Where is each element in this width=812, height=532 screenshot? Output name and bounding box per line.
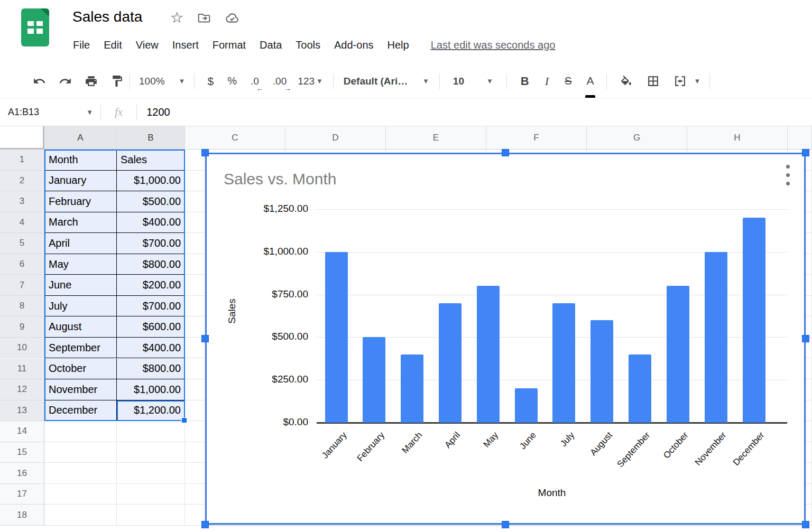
cell-B16[interactable] [117, 463, 185, 484]
column-header-partial[interactable] [788, 126, 812, 150]
cell-A14[interactable] [44, 421, 117, 442]
font-select[interactable]: Default (Ari…▼ [339, 76, 433, 87]
cell-B3[interactable]: $500.00 [117, 191, 185, 212]
format-currency-button[interactable]: $ [207, 75, 214, 88]
cell-B2[interactable]: $1,000.00 [117, 171, 185, 192]
chart-menu-button[interactable] [786, 165, 790, 185]
bar-November[interactable] [705, 252, 727, 423]
last-edit-link[interactable]: Last edit was seconds ago [431, 39, 556, 51]
cell-A6[interactable]: May [44, 254, 117, 275]
cell-A9[interactable]: August [44, 316, 117, 338]
fill-color-button[interactable] [620, 74, 633, 88]
row-header-6[interactable]: 6 [0, 254, 44, 275]
column-header-E[interactable]: E [386, 126, 486, 150]
bar-January[interactable] [325, 252, 348, 423]
column-header-B[interactable]: B [117, 126, 185, 150]
row-header-2[interactable]: 2 [0, 171, 44, 192]
bar-May[interactable] [477, 286, 500, 423]
cell-A8[interactable]: July [44, 296, 117, 317]
row-header-3[interactable]: 3 [0, 191, 44, 212]
decrease-decimal-button[interactable]: .0← [251, 76, 259, 87]
chart-handle-bottom-left[interactable] [201, 521, 209, 528]
cell-B7[interactable]: $200.00 [117, 275, 185, 296]
bar-October[interactable] [667, 286, 689, 423]
column-header-C[interactable]: C [185, 126, 285, 150]
cell-A1[interactable]: Month [44, 150, 117, 171]
row-header-13[interactable]: 13 [0, 400, 44, 422]
column-header-G[interactable]: G [587, 126, 687, 150]
menu-edit[interactable]: Edit [97, 37, 128, 53]
cell-B15[interactable] [117, 442, 185, 463]
bar-July[interactable] [552, 303, 575, 423]
cell-B18[interactable] [117, 505, 185, 526]
menu-addons[interactable]: Add-ons [327, 37, 381, 53]
chart-object[interactable]: Sales vs. Month Sales Month $0.00$250.00… [205, 153, 806, 525]
cloud-saved-icon[interactable] [225, 11, 239, 25]
font-size-select[interactable]: 10▼ [446, 76, 501, 87]
bar-August[interactable] [590, 320, 613, 423]
formula-input[interactable]: 1200 [137, 106, 170, 118]
row-header-4[interactable]: 4 [0, 212, 44, 234]
row-header-1[interactable]: 1 [0, 150, 44, 171]
cell-B8[interactable]: $700.00 [117, 296, 185, 317]
borders-button[interactable] [647, 74, 660, 88]
text-color-button[interactable]: A [586, 75, 594, 87]
chart-handle-middle-left[interactable] [201, 335, 209, 342]
cell-A4[interactable]: March [44, 212, 117, 234]
star-icon[interactable]: ☆ [170, 11, 183, 25]
bar-February[interactable] [363, 337, 385, 423]
cell-B11[interactable]: $800.00 [117, 359, 185, 380]
menu-format[interactable]: Format [206, 37, 253, 53]
cell-A12[interactable]: November [44, 379, 117, 400]
column-header-H[interactable]: H [687, 126, 788, 150]
italic-button[interactable]: I [545, 74, 549, 88]
cell-A17[interactable] [44, 484, 117, 505]
menu-help[interactable]: Help [381, 37, 416, 53]
strikethrough-button[interactable]: S [565, 75, 571, 87]
cell-B1[interactable]: Sales [117, 150, 185, 171]
row-header-10[interactable]: 10 [0, 338, 44, 359]
row-header-18[interactable]: 18 [0, 505, 44, 526]
sheets-logo-icon[interactable] [21, 8, 49, 46]
chart-handle-top-center[interactable] [502, 149, 509, 156]
cell-A11[interactable]: October [44, 359, 117, 380]
print-icon[interactable] [85, 74, 98, 88]
row-header-11[interactable]: 11 [0, 359, 44, 380]
chart-handle-bottom-center[interactable] [502, 521, 509, 528]
cell-A18[interactable] [44, 505, 117, 526]
cell-B6[interactable]: $800.00 [117, 254, 185, 275]
menu-file[interactable]: File [66, 37, 97, 53]
row-header-15[interactable]: 15 [0, 442, 44, 463]
cell-B14[interactable] [117, 421, 185, 442]
row-header-14[interactable]: 14 [0, 421, 44, 442]
bar-December[interactable] [743, 218, 765, 423]
paint-format-icon[interactable] [110, 74, 124, 88]
redo-icon[interactable] [59, 74, 72, 88]
column-header-A[interactable]: A [44, 126, 117, 150]
cell-A5[interactable]: April [44, 233, 117, 254]
cell-A10[interactable]: September [44, 338, 117, 359]
undo-icon[interactable] [33, 74, 46, 88]
cell-A15[interactable] [44, 442, 117, 463]
column-header-F[interactable]: F [486, 126, 587, 150]
row-header-8[interactable]: 8 [0, 296, 44, 317]
menu-tools[interactable]: Tools [289, 37, 327, 53]
format-percent-button[interactable]: % [227, 75, 237, 87]
name-box[interactable]: A1:B13 ▼ [0, 107, 100, 118]
cell-B17[interactable] [117, 484, 185, 505]
bold-button[interactable]: B [521, 74, 529, 88]
row-header-9[interactable]: 9 [0, 316, 44, 338]
row-header-5[interactable]: 5 [0, 233, 44, 254]
row-header-17[interactable]: 17 [0, 484, 44, 505]
cell-A13[interactable]: December [44, 400, 117, 422]
more-formats-button[interactable]: 123▼ [298, 76, 323, 87]
menu-data[interactable]: Data [253, 37, 289, 53]
cell-B13[interactable]: $1,200.00 [117, 400, 185, 422]
bar-April[interactable] [439, 303, 462, 423]
move-folder-icon[interactable] [197, 11, 211, 25]
chart-handle-top-right[interactable] [802, 149, 809, 156]
cell-B10[interactable]: $400.00 [117, 338, 185, 359]
chart-handle-bottom-right[interactable] [802, 521, 809, 528]
menu-insert[interactable]: Insert [165, 37, 206, 53]
chart-handle-top-left[interactable] [201, 149, 209, 156]
